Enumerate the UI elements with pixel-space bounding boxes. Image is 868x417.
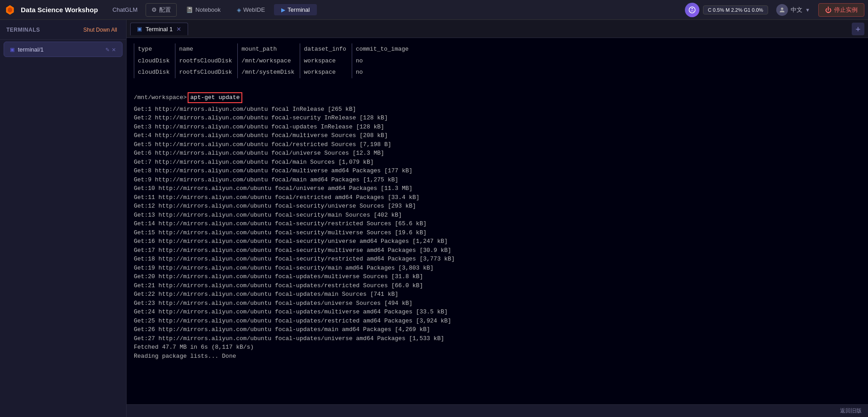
chatglm-tab[interactable]: ChatGLM — [106, 4, 144, 15]
row2-dataset: workspace — [300, 66, 352, 78]
close-terminal-icon[interactable]: ✕ — [112, 46, 116, 53]
shutdown-all-button[interactable]: Shut Down All — [80, 26, 120, 34]
lang-label: 中文 — [791, 6, 802, 14]
webide-icon: ◈ — [237, 7, 241, 13]
terminal-output-line: Get:4 http://mirrors.aliyun.com/ubuntu f… — [134, 131, 861, 140]
row1-type: cloudDisk — [134, 55, 175, 67]
terminal-output-line: Get:3 http://mirrors.aliyun.com/ubuntu f… — [134, 123, 861, 132]
topbar: Data Science Workshop ChatGLM ⚙ 配置 📓 Not… — [0, 0, 868, 20]
terminal-output-line: Get:1 http://mirrors.aliyun.com/ubuntu f… — [134, 105, 861, 114]
stop-label: 停止实例 — [834, 6, 858, 14]
row2-name: rootfsCloudDisk — [175, 66, 238, 78]
terminal-list-item[interactable]: ▣ terminal/1 ✎ ✕ — [4, 42, 123, 57]
content-area: ▣ Terminal 1 ✕ + type name mount_path da… — [127, 20, 868, 417]
terminal-item-icon: ▣ — [10, 46, 14, 53]
terminal-output-line: Get:17 http://mirrors.aliyun.com/ubuntu … — [134, 246, 861, 255]
webide-label: WebIDE — [243, 6, 265, 13]
terminal-output-line: Get:27 http://mirrors.aliyun.com/ubuntu … — [134, 334, 861, 343]
statusbar: 返回旧版 — [127, 404, 868, 417]
terminal-output-line: Get:8 http://mirrors.aliyun.com/ubuntu f… — [134, 166, 861, 175]
terminal-output-line: Get:16 http://mirrors.aliyun.com/ubuntu … — [134, 237, 861, 246]
svg-point-3 — [691, 8, 693, 9]
table-header-commit: commit_to_image — [352, 43, 414, 55]
terminal-output-line: Get:9 http://mirrors.aliyun.com/ubuntu f… — [134, 175, 861, 185]
svg-point-2 — [689, 7, 695, 13]
row1-dataset: workspace — [300, 55, 352, 67]
power-icon: ⏻ — [825, 6, 831, 14]
terminal-item-actions: ✎ ✕ — [105, 46, 116, 53]
table-header-name: name — [175, 43, 238, 55]
terminal-output: Get:1 http://mirrors.aliyun.com/ubuntu f… — [134, 105, 861, 361]
terminal-output-line: Get:5 http://mirrors.aliyun.com/ubuntu f… — [134, 140, 861, 149]
terminal-output-line: Get:24 http://mirrors.aliyun.com/ubuntu … — [134, 308, 861, 317]
terminal-output-line: Get:2 http://mirrors.aliyun.com/ubuntu f… — [134, 114, 861, 123]
terminal-output-line: Get:6 http://mirrors.aliyun.com/ubuntu f… — [134, 149, 861, 158]
sidebar: TERMINALS Shut Down All ▣ terminal/1 ✎ ✕ — [0, 20, 127, 417]
terminal-output-line: Get:26 http://mirrors.aliyun.com/ubuntu … — [134, 325, 861, 334]
terminal-content[interactable]: type name mount_path dataset_info commit… — [127, 38, 868, 404]
terminal-output-line: Get:18 http://mirrors.aliyun.com/ubuntu … — [134, 255, 861, 264]
app-title: Data Science Workshop — [21, 6, 98, 14]
terminal-output-line: Get:15 http://mirrors.aliyun.com/ubuntu … — [134, 228, 861, 237]
terminal-tab-1[interactable]: ▣ Terminal 1 ✕ — [130, 23, 188, 35]
table-row: cloudDisk rootfsCloudDisk /mnt/workspace… — [134, 55, 414, 67]
row2-commit: no — [352, 66, 414, 78]
terminal-output-line: Get:11 http://mirrors.aliyun.com/ubuntu … — [134, 193, 861, 202]
config-icon: ⚙ — [151, 6, 157, 13]
terminal-tab-close-icon[interactable]: ✕ — [176, 26, 181, 33]
new-tab-button[interactable]: + — [852, 23, 864, 35]
terminal-output-line: Get:23 http://mirrors.aliyun.com/ubuntu … — [134, 299, 861, 308]
terminal-nav-label: Terminal — [288, 6, 310, 13]
avatar — [776, 4, 788, 16]
terminal-output-line: Get:13 http://mirrors.aliyun.com/ubuntu … — [134, 211, 861, 220]
logo-icon — [4, 4, 16, 16]
command-prompt-line: /mnt/workspace> apt-get update — [134, 92, 861, 103]
sidebar-header: TERMINALS Shut Down All — [0, 20, 126, 40]
terminal-tab-icon: ▣ — [137, 26, 142, 32]
terminal-output-line: Get:7 http://mirrors.aliyun.com/ubuntu f… — [134, 158, 861, 167]
terminal-output-line: Get:10 http://mirrors.aliyun.com/ubuntu … — [134, 184, 861, 193]
lang-chevron-icon: ▼ — [805, 7, 810, 13]
chatglm-label: ChatGLM — [113, 6, 138, 13]
terminal-output-line: Get:12 http://mirrors.aliyun.com/ubuntu … — [134, 202, 861, 211]
terminal-output-line: Get:19 http://mirrors.aliyun.com/ubuntu … — [134, 264, 861, 273]
sidebar-title: TERMINALS — [6, 27, 40, 33]
rename-icon[interactable]: ✎ — [105, 46, 109, 53]
stop-instance-button[interactable]: ⏻ 停止实例 — [818, 3, 864, 17]
row1-name: rootfsCloudDisk — [175, 55, 238, 67]
notebook-icon: 📓 — [186, 6, 193, 13]
resource-monitor: C 0.5% M 2.2% G1 0.0% — [703, 5, 768, 14]
terminal-output-line: Fetched 47.7 MB in 6s (8,117 kB/s) — [134, 343, 861, 352]
terminal-item-label: terminal/1 — [18, 46, 102, 53]
svg-point-4 — [781, 7, 783, 9]
webide-tab[interactable]: ◈ WebIDE — [230, 4, 272, 15]
config-label: 配置 — [159, 6, 171, 14]
disk-info-table: type name mount_path dataset_info commit… — [134, 43, 414, 78]
notebook-tab[interactable]: 📓 Notebook — [179, 4, 228, 15]
config-tab[interactable]: ⚙ 配置 — [146, 3, 177, 17]
terminal-output-line: Get:25 http://mirrors.aliyun.com/ubuntu … — [134, 317, 861, 326]
table-header-type: type — [134, 43, 175, 55]
user-area[interactable]: 中文 ▼ — [772, 2, 815, 18]
row2-type: cloudDisk — [134, 66, 175, 78]
table-row: cloudDisk rootfsCloudDisk /mnt/systemDis… — [134, 66, 414, 78]
notebook-label: Notebook — [195, 6, 221, 13]
return-old-version-button[interactable]: 返回旧版 — [840, 407, 862, 415]
topbar-right: C 0.5% M 2.2% G1 0.0% 中文 ▼ ⏻ 停止实例 — [685, 2, 864, 18]
terminal-nav-icon: ▶ — [281, 7, 285, 13]
row2-mount: /mnt/systemDisk — [238, 66, 300, 78]
table-header-dataset-info: dataset_info — [300, 43, 352, 55]
terminal-output-line: Get:21 http://mirrors.aliyun.com/ubuntu … — [134, 281, 861, 290]
terminal-output-line: Get:14 http://mirrors.aliyun.com/ubuntu … — [134, 219, 861, 228]
ai-icon-button[interactable] — [685, 3, 699, 17]
table-header-mount-path: mount_path — [238, 43, 300, 55]
prompt-path: /mnt/workspace> — [134, 93, 187, 102]
main-layout: TERMINALS Shut Down All ▣ terminal/1 ✎ ✕… — [0, 20, 868, 417]
terminal-tab[interactable]: ▶ Terminal — [274, 4, 317, 15]
prompt-command: apt-get update — [188, 92, 242, 103]
terminal-tab-label: Terminal 1 — [146, 26, 173, 33]
row1-mount: /mnt/workspace — [238, 55, 300, 67]
row1-commit: no — [352, 55, 414, 67]
resource-text: C 0.5% M 2.2% G1 0.0% — [708, 7, 763, 13]
terminal-output-line: Get:22 http://mirrors.aliyun.com/ubuntu … — [134, 290, 861, 299]
